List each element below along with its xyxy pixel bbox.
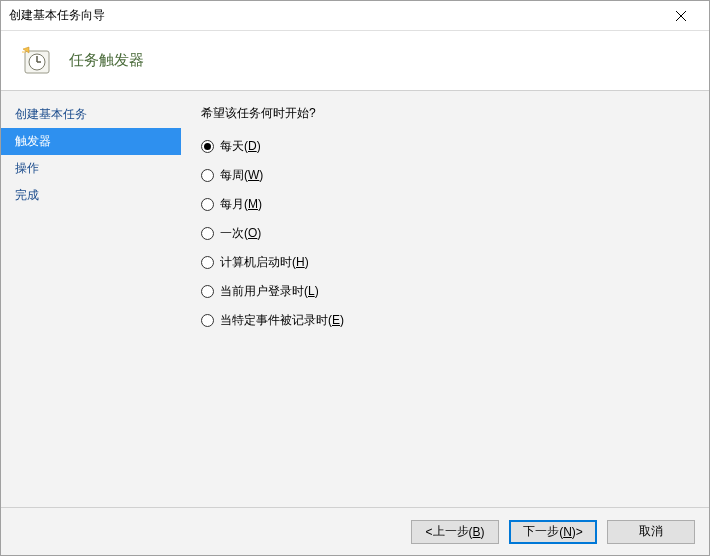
- task-clock-icon: [21, 45, 53, 77]
- radio-option[interactable]: 计算机启动时(H): [201, 254, 689, 271]
- wizard-content: 希望该任务何时开始? 每天(D)每周(W)每月(M)一次(O)计算机启动时(H)…: [181, 91, 709, 507]
- radio-option[interactable]: 当前用户登录时(L): [201, 283, 689, 300]
- radio-option[interactable]: 每月(M): [201, 196, 689, 213]
- titlebar: 创建基本任务向导: [1, 1, 709, 31]
- trigger-question: 希望该任务何时开始?: [201, 105, 689, 122]
- radio-label: 一次(O): [220, 225, 261, 242]
- trigger-radio-group: 每天(D)每周(W)每月(M)一次(O)计算机启动时(H)当前用户登录时(L)当…: [201, 138, 689, 329]
- radio-icon: [201, 227, 214, 240]
- sidebar-item[interactable]: 触发器: [1, 128, 181, 155]
- sidebar-item[interactable]: 操作: [1, 155, 181, 182]
- back-button[interactable]: < 上一步 (B): [411, 520, 499, 544]
- radio-option[interactable]: 每周(W): [201, 167, 689, 184]
- back-button-accel: B: [473, 525, 481, 539]
- wizard-window: 创建基本任务向导 任务触发器 创建基本任务触发器操作完成 希望该任务何时开始: [0, 0, 710, 556]
- radio-label: 计算机启动时(H): [220, 254, 309, 271]
- radio-icon: [201, 140, 214, 153]
- cancel-button-text: 取消: [639, 523, 663, 540]
- sidebar-item[interactable]: 创建基本任务: [1, 101, 181, 128]
- close-button[interactable]: [661, 2, 701, 30]
- next-button-text: 下一步: [523, 523, 559, 540]
- radio-label: 每周(W): [220, 167, 263, 184]
- radio-option[interactable]: 一次(O): [201, 225, 689, 242]
- radio-icon: [201, 198, 214, 211]
- close-icon: [676, 11, 686, 21]
- sidebar-item-label: 操作: [15, 161, 39, 175]
- back-button-prefix: <: [425, 525, 432, 539]
- sidebar-item[interactable]: 完成: [1, 182, 181, 209]
- next-button[interactable]: 下一步 (N) >: [509, 520, 597, 544]
- back-button-text: 上一步: [433, 523, 469, 540]
- sidebar-item-label: 创建基本任务: [15, 107, 87, 121]
- sidebar-item-label: 完成: [15, 188, 39, 202]
- wizard-footer: < 上一步 (B) 下一步 (N) > 取消: [1, 507, 709, 555]
- radio-label: 当前用户登录时(L): [220, 283, 319, 300]
- radio-icon: [201, 256, 214, 269]
- next-button-suffix: >: [576, 525, 583, 539]
- window-title: 创建基本任务向导: [9, 7, 661, 24]
- sidebar-item-label: 触发器: [15, 134, 51, 148]
- radio-option[interactable]: 每天(D): [201, 138, 689, 155]
- radio-icon: [201, 285, 214, 298]
- radio-label: 当特定事件被记录时(E): [220, 312, 344, 329]
- wizard-header-title: 任务触发器: [69, 51, 144, 70]
- wizard-body: 创建基本任务触发器操作完成 希望该任务何时开始? 每天(D)每周(W)每月(M)…: [1, 91, 709, 507]
- radio-option[interactable]: 当特定事件被记录时(E): [201, 312, 689, 329]
- radio-icon: [201, 169, 214, 182]
- radio-label: 每天(D): [220, 138, 261, 155]
- radio-icon: [201, 314, 214, 327]
- cancel-button[interactable]: 取消: [607, 520, 695, 544]
- next-button-accel: N: [563, 525, 572, 539]
- radio-label: 每月(M): [220, 196, 262, 213]
- wizard-header: 任务触发器: [1, 31, 709, 91]
- wizard-sidebar: 创建基本任务触发器操作完成: [1, 91, 181, 507]
